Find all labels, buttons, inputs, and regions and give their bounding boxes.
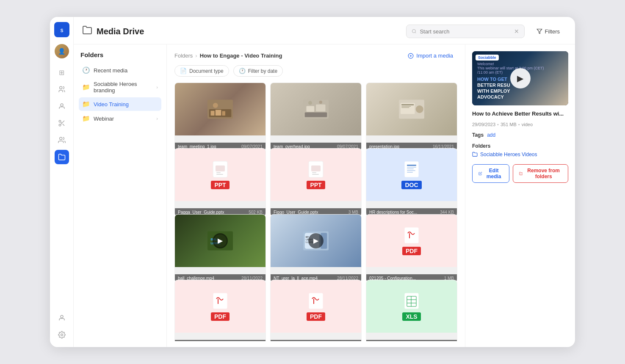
svg-rect-49 xyxy=(407,172,413,173)
svg-rect-60 xyxy=(404,227,419,243)
nav-user-settings-icon[interactable] xyxy=(55,311,69,325)
svg-rect-42 xyxy=(312,172,316,173)
svg-rect-26 xyxy=(316,105,326,112)
svg-rect-37 xyxy=(216,165,225,171)
sidebar: Folders 🕐 Recent media 📁 Sociabble Heroe… xyxy=(74,44,167,347)
svg-rect-22 xyxy=(216,110,221,116)
sidebar-item-sociabble-heroes[interactable]: 📁 Sociabble Heroes branding › xyxy=(79,78,161,97)
sidebar-item-recent[interactable]: 🕐 Recent media xyxy=(79,63,161,77)
sidebar-item-video-training[interactable]: 📁 Video Training xyxy=(79,97,161,111)
content-row: Folders 🕐 Recent media 📁 Sociabble Heroe… xyxy=(74,44,575,347)
media-drive-folder-icon xyxy=(82,25,92,38)
main-area: Media Drive ✕ Filters Folders 🕐 Recent m… xyxy=(74,17,575,347)
logo: S xyxy=(54,22,69,37)
search-icon xyxy=(412,28,417,34)
svg-point-10 xyxy=(61,315,63,318)
media-card[interactable]: team_overhead.jpg 09/07/2021 xyxy=(270,83,362,151)
edit-media-button[interactable]: Edit media xyxy=(472,164,509,183)
media-card[interactable]: PDF A07 - Politique de télétr... 249 KB xyxy=(174,280,266,341)
search-bar[interactable]: ✕ xyxy=(406,25,525,38)
media-card[interactable]: XLS A06 - Questionnaire se... 29 KB xyxy=(366,280,457,341)
media-card[interactable]: presentation.jpg 16/11/2021 xyxy=(366,83,457,151)
import-media-button[interactable]: Import a media xyxy=(404,50,457,61)
recent-media-icon: 🕐 xyxy=(82,66,90,74)
nav-grid-icon[interactable]: ⊞ xyxy=(55,65,69,80)
svg-point-35 xyxy=(416,105,423,113)
svg-line-13 xyxy=(415,32,416,33)
media-card[interactable]: BALLLENGE ▶ ball_challenge.mp4 28/11/202… xyxy=(174,214,266,283)
svg-rect-46 xyxy=(407,167,416,168)
media-card[interactable]: DOC HR descriptions for Soc... 344 KB xyxy=(366,148,457,217)
media-card[interactable]: PPT Figgo_User_Guide.pptx 3 MB xyxy=(270,148,362,217)
folder-heroes-icon: 📁 xyxy=(82,83,90,91)
preview-play-button[interactable]: ▶ xyxy=(510,68,531,88)
avatar[interactable]: 👤 xyxy=(55,44,69,58)
filters-button[interactable]: Filters xyxy=(531,25,565,38)
search-clear-icon[interactable]: ✕ xyxy=(514,28,519,35)
remove-from-folders-button[interactable]: Remove from folders xyxy=(513,164,568,183)
svg-point-28 xyxy=(319,101,323,104)
xls-thumbnail: XLS xyxy=(366,280,457,333)
search-input[interactable] xyxy=(420,28,510,35)
doc-thumbnail: DOC xyxy=(366,149,457,201)
right-panel: Sociabble Welcome!This webinar will star… xyxy=(465,44,575,347)
svg-point-3 xyxy=(61,104,63,106)
nav-contacts-icon[interactable] xyxy=(55,133,69,147)
add-tag-button[interactable]: add xyxy=(487,132,495,138)
nav-scissors-icon[interactable] xyxy=(55,116,69,130)
preview-play-overlay: ▶ xyxy=(472,51,568,105)
svg-rect-48 xyxy=(407,170,415,171)
svg-rect-32 xyxy=(401,104,414,105)
folders-section: Folders Sociabble Heroes Videos xyxy=(472,143,568,157)
filter-by-date-filter[interactable]: 🕐 Filter by date xyxy=(233,65,283,77)
svg-point-2 xyxy=(59,86,62,89)
breadcrumb-folders[interactable]: Folders xyxy=(174,52,193,59)
photo-thumbnail xyxy=(366,83,457,135)
svg-rect-29 xyxy=(305,113,327,117)
svg-rect-43 xyxy=(312,174,319,175)
sidebar-item-webinar[interactable]: 📁 Webinar › xyxy=(79,112,161,125)
media-card[interactable]: PPT Pagga_User_Guide.pptx 502 KB xyxy=(174,148,266,217)
nav-rail: S 👤 ⊞ xyxy=(50,17,74,347)
play-button[interactable]: ▶ xyxy=(308,233,324,248)
file-browser: Folders › How to Engage - Video Training… xyxy=(167,44,465,347)
nav-folder-icon[interactable] xyxy=(55,150,69,164)
chevron-right-icon: › xyxy=(156,85,158,90)
media-card[interactable]: team_meeting_1.jpg 09/07/2021 xyxy=(174,83,266,151)
page-title: Media Drive xyxy=(97,27,144,36)
svg-rect-25 xyxy=(307,106,315,112)
nav-people-icon[interactable] xyxy=(55,82,69,97)
nav-settings-icon[interactable] xyxy=(55,328,69,342)
pdf-thumbnail: PDF xyxy=(175,280,265,333)
svg-rect-38 xyxy=(216,172,221,173)
calendar-icon: 🕐 xyxy=(239,68,246,74)
svg-line-8 xyxy=(61,122,62,123)
nav-person-icon[interactable] xyxy=(55,99,69,113)
tags-row: Tags add xyxy=(472,132,568,138)
preview-thumbnail[interactable]: Sociabble Welcome!This webinar will star… xyxy=(472,51,568,105)
header-title-area: Media Drive xyxy=(82,25,399,38)
breadcrumb-row: Folders › How to Engage - Video Training… xyxy=(174,50,457,61)
sidebar-title: Folders xyxy=(79,51,161,58)
media-card[interactable]: PDF 021205 - Configuration... 1 MB xyxy=(366,214,457,283)
card-info: A07 - Politique de télétr... 249 KB xyxy=(175,340,265,341)
svg-point-9 xyxy=(59,137,62,140)
svg-rect-61 xyxy=(213,293,227,309)
filter-row: 📄 Document type 🕐 Filter by date xyxy=(174,65,457,77)
media-card[interactable]: PDF A07 - Procédure de ges... 718 KB xyxy=(270,280,362,341)
folder-video-icon: 📁 xyxy=(82,100,90,108)
webinar-chevron-icon: › xyxy=(156,116,158,121)
play-button[interactable]: ▶ xyxy=(213,233,228,248)
media-card[interactable]: NTURER LALL ACE »? ▶ NT_urer_la_ll_ace.m… xyxy=(270,214,362,283)
ppt-thumbnail: PPT xyxy=(271,149,361,201)
svg-point-19 xyxy=(213,103,218,108)
svg-point-5 xyxy=(59,124,61,126)
folder-link[interactable]: Sociabble Heroes Videos xyxy=(472,152,568,157)
pdf-thumbnail: PDF xyxy=(366,215,457,267)
folder-webinar-icon: 📁 xyxy=(82,115,90,122)
svg-rect-34 xyxy=(401,108,409,108)
document-type-filter[interactable]: 📄 Document type xyxy=(174,65,229,77)
svg-rect-45 xyxy=(407,165,416,166)
photo-thumbnail xyxy=(175,83,265,135)
svg-line-7 xyxy=(62,124,64,126)
